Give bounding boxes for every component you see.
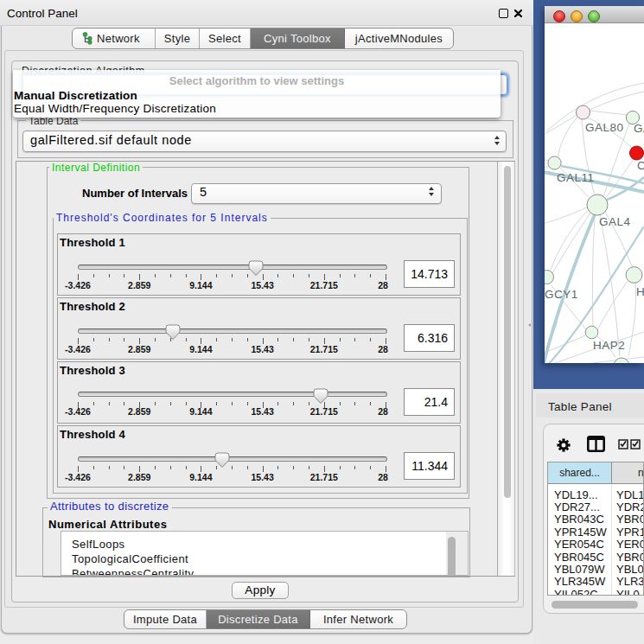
svg-text:GAL11: GAL11 xyxy=(557,171,595,184)
svg-text:C: C xyxy=(637,159,644,172)
svg-text:GA: GA xyxy=(634,122,644,135)
svg-text:GAL80: GAL80 xyxy=(585,121,624,134)
svg-text:GCY1: GCY1 xyxy=(545,288,578,301)
svg-text:H: H xyxy=(636,285,644,298)
svg-text:GAL4: GAL4 xyxy=(599,215,631,228)
svg-text:HAP2: HAP2 xyxy=(593,339,625,352)
